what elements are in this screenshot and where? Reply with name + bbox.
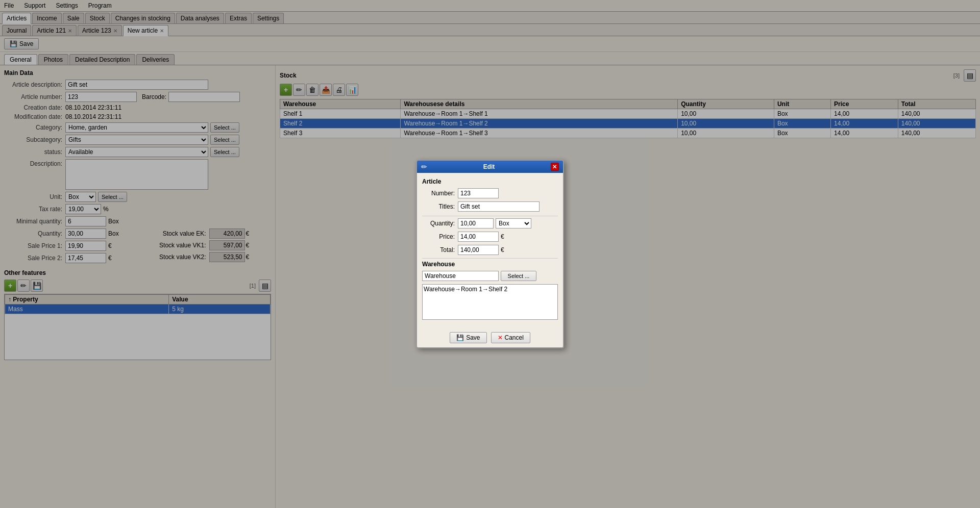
modal-quantity-input[interactable] (458, 218, 494, 228)
modal-overlay: ✏ Edit ✕ Article Number: Titles: Quantit… (0, 0, 980, 508)
modal-warehouse-section: Warehouse (422, 261, 558, 268)
save-icon: 💾 (456, 334, 464, 341)
modal-article-section: Article (422, 178, 558, 185)
modal-titles-input[interactable] (458, 201, 540, 212)
modal-warehouse-detail-textarea[interactable]: Warehouse→Room 1→Shelf 2 (422, 284, 558, 320)
modal-price-input[interactable] (458, 232, 499, 242)
modal-save-button[interactable]: 💾 Save (450, 332, 486, 343)
cancel-icon: ✕ (498, 334, 503, 341)
modal-total-input[interactable] (458, 245, 499, 255)
modal-quantity-row: Quantity: Box (422, 218, 558, 228)
modal-price-unit: € (501, 233, 504, 240)
modal-number-row: Number: (422, 188, 558, 198)
modal-total-unit: € (501, 246, 504, 253)
modal-warehouse-select-button[interactable]: Select ... (501, 271, 536, 281)
modal-titles-row: Titles: (422, 201, 558, 212)
modal-close-button[interactable]: ✕ (551, 163, 559, 171)
modal-title: Edit (483, 163, 495, 170)
modal-price-row: Price: € (422, 232, 558, 242)
modal-divider (422, 216, 558, 216)
modal-footer: 💾 Save ✕ Cancel (417, 328, 563, 347)
modal-title-bar: ✏ Edit ✕ (417, 161, 563, 173)
modal-warehouse-detail-row: Warehouse→Room 1→Shelf 2 (422, 284, 558, 320)
modal-number-label: Number: (422, 190, 458, 197)
modal-titles-label: Titles: (422, 203, 458, 210)
modal-quantity-unit-select[interactable]: Box (496, 218, 531, 228)
modal-title-icon: ✏ (421, 163, 427, 171)
edit-modal: ✏ Edit ✕ Article Number: Titles: Quantit… (416, 160, 564, 348)
modal-quantity-label: Quantity: (422, 220, 458, 227)
modal-total-row: Total: € (422, 245, 558, 255)
modal-divider2 (422, 258, 558, 259)
modal-warehouse-row: Select ... (422, 271, 558, 281)
modal-total-label: Total: (422, 246, 458, 253)
modal-number-input[interactable] (458, 188, 499, 198)
modal-cancel-button[interactable]: ✕ Cancel (491, 332, 530, 343)
modal-price-label: Price: (422, 233, 458, 240)
modal-body: Article Number: Titles: Quantity: Box Pr… (417, 173, 563, 328)
modal-warehouse-input[interactable] (422, 271, 499, 281)
